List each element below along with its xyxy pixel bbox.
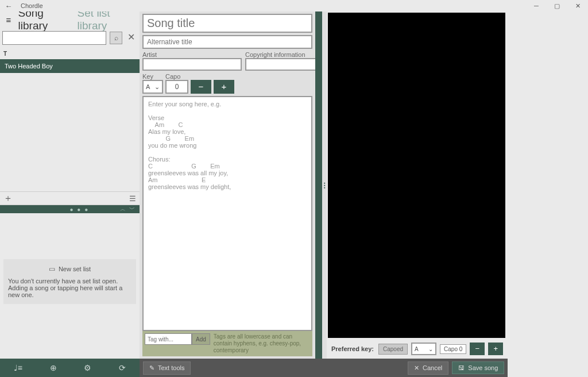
down-caret-icon[interactable]: ﹀	[129, 205, 135, 213]
editor-footer-bar: ✎ Text tools ✕ Cancel 🖫 Save song	[140, 359, 508, 377]
sync-icon[interactable]: ⟳	[119, 363, 126, 372]
editor-divider[interactable]	[315, 11, 322, 359]
back-button[interactable]: ←	[0, 2, 17, 10]
search-input-wrapper	[2, 31, 106, 45]
preferred-key-label: Preferred key:	[331, 345, 374, 352]
minimize-button[interactable]: ─	[526, 0, 547, 11]
save-icon: 🖫	[458, 364, 465, 371]
capo-label: Capo	[165, 73, 188, 80]
capoed-toggle[interactable]: Capoed	[378, 344, 408, 355]
sidebar-bottom-actions: ♩≡ ⊕ ⚙ ⟳	[0, 359, 140, 377]
preview-splitter[interactable]: ●●●	[322, 11, 327, 359]
tag-input[interactable]	[145, 333, 192, 345]
artist-input[interactable]	[142, 58, 242, 71]
list-item[interactable]: Two Headed Boy	[0, 59, 140, 73]
sidebar: ≡ Song library Set list library ⌕ ✕ T Tw…	[0, 11, 140, 377]
preferred-key-row: Preferred key: Capoed A ⌄ Capo 0 − +	[327, 340, 508, 359]
preview-panel: Preferred key: Capoed A ⌄ Capo 0 − +	[327, 11, 508, 359]
save-song-button[interactable]: 🖫 Save song	[452, 361, 504, 374]
setlist-panel[interactable]: ▭ New set list You don't currently have …	[3, 259, 136, 304]
maximize-button[interactable]: ▢	[547, 0, 567, 11]
list-letter-header: T	[0, 48, 140, 59]
gear-icon[interactable]: ⚙	[84, 363, 91, 372]
capo-decrease-button[interactable]: −	[191, 80, 211, 94]
capo-increase-button[interactable]: +	[214, 80, 234, 94]
song-list: Two Headed Boy	[0, 59, 140, 191]
new-setlist-label: New set list	[59, 266, 91, 272]
grip-dots-icon: ●●●	[323, 182, 325, 188]
title-bar: ← Chordle ─ ▢ ✕	[0, 0, 588, 11]
artist-label: Artist	[142, 51, 242, 58]
globe-icon[interactable]: ⊕	[50, 363, 57, 372]
more-dots-icon: ● ● ●	[70, 206, 90, 213]
queue-icon[interactable]: ♩≡	[14, 363, 22, 372]
alt-title-input[interactable]	[142, 35, 312, 49]
song-body-input[interactable]: Enter your song here, e.g. Verse Am C Al…	[142, 96, 312, 331]
close-window-button[interactable]: ✕	[567, 0, 588, 11]
tags-hint: Tags are all lowercase and can contain h…	[214, 333, 310, 354]
clear-search-button[interactable]: ✕	[125, 32, 137, 44]
song-preview	[328, 13, 505, 338]
search-input[interactable]	[3, 32, 106, 44]
pref-key-increase-button[interactable]: +	[488, 343, 503, 355]
tags-area: Add Tags are all lowercase and can conta…	[142, 331, 312, 356]
setlist-icon: ▭	[49, 265, 55, 273]
chevron-down-icon: ⌄	[154, 83, 160, 91]
add-song-button[interactable]: ＋	[3, 193, 13, 205]
app-title: Chordle	[17, 2, 43, 9]
expand-collapse-bar[interactable]: ● ● ● ︿ ﹀	[0, 205, 140, 213]
capo-input[interactable]: 0	[165, 80, 188, 94]
close-icon: ✕	[414, 364, 419, 372]
search-button[interactable]: ⌕	[110, 32, 122, 44]
capo-display: Capo 0	[440, 344, 466, 354]
pencil-icon: ✎	[149, 364, 154, 372]
menu-icon[interactable]: ≡	[2, 15, 15, 25]
setlist-hint: You don't currently have a set list open…	[8, 278, 131, 298]
pref-key-decrease-button[interactable]: −	[470, 343, 485, 355]
key-select[interactable]: A ⌄	[142, 80, 163, 94]
editor-panel: Artist Copyright information Key A	[140, 11, 315, 359]
view-options-icon[interactable]: ☰	[129, 194, 136, 203]
song-title-input[interactable]	[142, 14, 312, 33]
key-label: Key	[142, 73, 163, 80]
tag-add-button[interactable]: Add	[192, 333, 210, 345]
text-tools-button[interactable]: ✎ Text tools	[143, 361, 191, 375]
preferred-key-select[interactable]: A ⌄	[411, 343, 436, 355]
chevron-down-icon: ⌄	[428, 346, 433, 352]
up-caret-icon[interactable]: ︿	[120, 205, 126, 213]
cancel-button[interactable]: ✕ Cancel	[408, 361, 448, 375]
